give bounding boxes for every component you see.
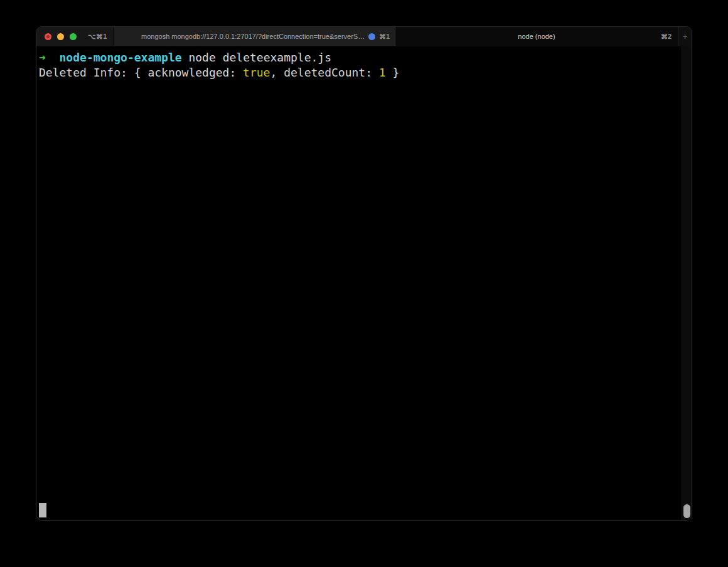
window-shortcut-label: ⌥⌘1 [88, 33, 107, 41]
scrollbar-thumb[interactable] [683, 504, 690, 518]
tab-shortcut-label: ⌘1 [379, 33, 390, 41]
tab-shortcut-label: ⌘2 [661, 33, 672, 41]
new-tab-button[interactable]: + [678, 27, 692, 46]
terminal-cursor [39, 503, 46, 517]
tab-bar: ⌥⌘1 mongosh mongodb://127.0.0.1:27017/?d… [36, 27, 692, 46]
terminal-window: ⌥⌘1 mongosh mongodb://127.0.0.1:27017/?d… [36, 26, 692, 521]
terminal-line: ➜ node-mongo-example node deleteexample.… [39, 50, 679, 65]
tab-title: mongosh mongodb://127.0.0.1:27017/?direc… [141, 33, 367, 40]
minimize-button[interactable] [57, 33, 64, 40]
tab-node[interactable]: node (node) ⌘2 [395, 27, 678, 46]
tab-mongosh[interactable]: mongosh mongodb://127.0.0.1:27017/?direc… [113, 27, 395, 46]
zoom-button[interactable] [70, 33, 77, 40]
tab-title: node (node) [518, 33, 555, 40]
terminal-output: ➜ node-mongo-example node deleteexample.… [39, 50, 679, 80]
terminal-content[interactable]: ➜ node-mongo-example node deleteexample.… [36, 46, 692, 520]
tab-right-group: ⌘1 [368, 27, 390, 46]
window-controls: ⌥⌘1 [36, 27, 113, 46]
terminal-line: Deleted Info: { acknowledged: true, dele… [39, 65, 679, 80]
scrollbar[interactable] [682, 46, 692, 520]
activity-dot-icon [368, 33, 375, 40]
close-button[interactable] [45, 33, 51, 40]
